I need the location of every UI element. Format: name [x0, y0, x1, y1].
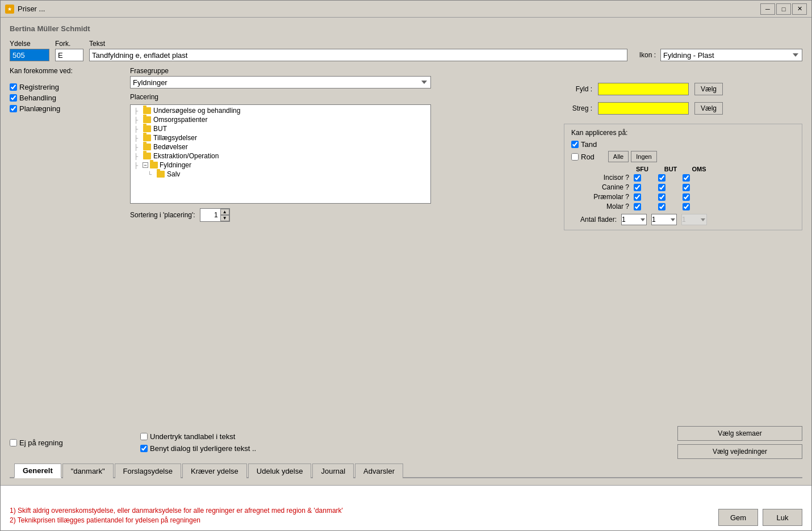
titlebar: ★ Priser ... ─ □ ✕ [1, 1, 811, 18]
incisor-sfu-checkbox[interactable] [634, 174, 641, 182]
behandling-checkbox[interactable] [10, 94, 17, 102]
undertryk-label: Undertryk tandlabel i tekst [150, 432, 235, 441]
fyld-color-box [598, 83, 689, 95]
incisor-row: Incisor ? [571, 174, 795, 182]
tree-item[interactable]: ├ Undersøgelse og behandling [132, 106, 429, 115]
tab-kraever-ydelse[interactable]: Kræver ydelse [182, 463, 247, 478]
close-button[interactable]: ✕ [792, 3, 807, 15]
tabs-bar: Generelt "danmark" Forslagsydelse Kræver… [10, 463, 802, 478]
streg-row: Streg : Vælg [564, 102, 802, 115]
left-bottom: Ej på regning [10, 439, 123, 447]
placering-tree[interactable]: ├ Undersøgelse og behandling ├ Omsorgspa… [130, 104, 431, 204]
benyt-checkbox[interactable] [140, 445, 148, 452]
ikon-label: Ikon : [633, 51, 656, 59]
tab-udeluk-ydelse[interactable]: Udeluk ydelse [248, 463, 312, 478]
tab-advarsler[interactable]: Advarsler [355, 463, 403, 478]
window-title: Priser ... [18, 5, 760, 13]
planlaegning-checkbox[interactable] [10, 105, 17, 112]
tab-danmark[interactable]: "danmark" [62, 463, 114, 478]
praemolar-but-checkbox[interactable] [658, 193, 665, 201]
ikon-row: Ikon : Fyldning - Plast [633, 49, 802, 61]
vaelg-skemaer-button[interactable]: Vælg skemaer [677, 426, 802, 441]
tand-label: Tand [581, 140, 597, 149]
registrering-item: Registrering [10, 83, 123, 91]
molar-sfu-checkbox[interactable] [634, 203, 641, 210]
folder-icon [150, 162, 158, 168]
tree-item-fyldninger[interactable]: ├ − Fyldninger [132, 161, 429, 170]
luk-button[interactable]: Luk [763, 509, 802, 526]
oms-header: OMS [690, 166, 708, 172]
folder-icon [143, 144, 151, 150]
ej-regning-checkbox[interactable] [10, 439, 17, 446]
tab-generelt[interactable]: Generelt [14, 463, 61, 478]
tree-item[interactable]: ├ Tillægsydelser [132, 133, 429, 142]
left-section: Kan forekomme ved: Registrering Behandli… [10, 67, 123, 416]
canine-but-checkbox[interactable] [658, 184, 665, 191]
incisor-checkboxes [634, 174, 690, 182]
tab-journal[interactable]: Journal [312, 463, 354, 478]
canine-label: Canine ? [571, 183, 634, 191]
vaelg-vejledninger-button[interactable]: Vælg vejledninger [677, 444, 802, 459]
tree-item[interactable]: ├ Ekstraktion/Operation [132, 151, 429, 161]
incisor-oms-checkbox[interactable] [683, 174, 690, 182]
antal-select-1[interactable]: 1 [621, 214, 647, 225]
frasegruppe-label: Frasegruppe [130, 67, 557, 75]
tab-forslagsydelse[interactable]: Forslagsydelse [115, 463, 181, 478]
gem-button[interactable]: Gem [718, 509, 758, 526]
frasegruppe-group: Frasegruppe Fyldninger [130, 67, 557, 88]
tekst-input[interactable] [89, 49, 627, 61]
molar-but-checkbox[interactable] [658, 203, 665, 210]
antal-select-3[interactable]: 1 [681, 214, 707, 225]
antal-select-2[interactable]: 1 [651, 214, 677, 225]
tand-checkbox[interactable] [571, 141, 579, 148]
rod-checkbox[interactable] [571, 153, 579, 161]
ydelse-input[interactable] [10, 49, 49, 61]
tree-item[interactable]: ├ Bedøvelser [132, 142, 429, 151]
ikon-select[interactable]: Fyldning - Plast [660, 49, 802, 61]
tree-item[interactable]: └ Salv [132, 170, 429, 179]
canine-sfu-checkbox[interactable] [634, 184, 641, 191]
col-headers: SFU BUT OMS [571, 166, 795, 172]
streg-label: Streg : [564, 104, 592, 112]
undertryk-item: Undertryk tandlabel i tekst [140, 432, 660, 441]
tand-item: Tand [571, 140, 657, 149]
praemolar-oms-checkbox[interactable] [683, 193, 690, 201]
tree-item[interactable]: ├ BUT [132, 124, 429, 133]
praemolar-sfu-checkbox[interactable] [634, 193, 641, 201]
rod-item: Rod Alle Ingen [571, 151, 657, 162]
frasegruppe-select[interactable]: Fyldninger [130, 76, 431, 88]
streg-vaelg-button[interactable]: Vælg [694, 102, 723, 115]
molar-oms-checkbox[interactable] [683, 203, 690, 210]
ingen-button[interactable]: Ingen [631, 151, 657, 162]
tree-item[interactable]: ├ Omsorgspatienter [132, 115, 429, 124]
canine-oms-checkbox[interactable] [683, 184, 690, 191]
fyld-row: Fyld : Vælg [564, 83, 802, 95]
antal-label: Antal flader: [571, 216, 617, 224]
middle-section: Frasegruppe Fyldninger Placering ├ [130, 67, 557, 416]
maximize-button[interactable]: □ [776, 3, 791, 15]
behandling-item: Behandling [10, 94, 123, 102]
footer-msg-1: 1) Skift aldrig overenskomstydelse, elle… [10, 507, 709, 515]
tand-rod-area: Tand Rod Alle Ingen [571, 140, 795, 162]
kan-appliceres-section: Kan appliceres på: Tand Rod [564, 124, 802, 230]
praemolar-label: Præmolar ? [571, 193, 634, 201]
fyld-vaelg-button[interactable]: Vælg [694, 83, 723, 95]
benyt-item: Benyt dialog til yderligere tekst .. [140, 444, 660, 453]
expand-icon[interactable]: − [143, 162, 148, 168]
fork-label: Fork. [55, 40, 83, 48]
undertryk-checkbox[interactable] [140, 433, 148, 440]
folder-icon [157, 171, 165, 178]
incisor-but-checkbox[interactable] [658, 174, 665, 182]
spin-down-button[interactable]: ▼ [220, 215, 229, 221]
praemolar-checkboxes [634, 193, 690, 201]
alle-button[interactable]: Alle [608, 151, 629, 162]
tekst-group: Tekst [89, 40, 627, 61]
form-area: Ydelse Fork. Tekst Ikon : Fyldning [10, 40, 802, 459]
right-bottom: Vælg skemaer Vælg vejledninger [677, 426, 802, 459]
registrering-checkbox[interactable] [10, 83, 17, 91]
behandling-label: Behandling [19, 94, 56, 102]
fork-input[interactable] [55, 49, 83, 61]
minimize-button[interactable]: ─ [760, 3, 775, 15]
sortering-input[interactable] [200, 209, 220, 221]
spin-up-button[interactable]: ▲ [220, 209, 229, 215]
